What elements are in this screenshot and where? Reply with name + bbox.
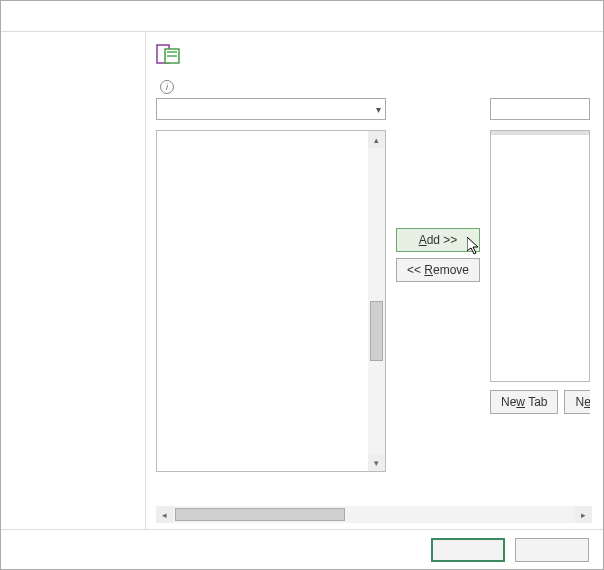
cursor-icon [467, 237, 483, 257]
commands-listbox[interactable]: ▴ ▾ [156, 130, 386, 472]
chevron-down-icon: ▾ [376, 104, 381, 115]
cancel-button[interactable] [515, 538, 589, 562]
excel-options-dialog: i ▾ ▴ ▾ [0, 0, 604, 570]
commands-scrollbar[interactable]: ▴ ▾ [368, 131, 385, 471]
titlebar [1, 1, 603, 31]
category-sidebar [1, 32, 146, 529]
add-button[interactable]: Add >> [396, 228, 480, 252]
scroll-up-icon[interactable]: ▴ [368, 131, 385, 148]
horizontal-scrollbar[interactable]: ◂ ▸ [156, 506, 592, 523]
customize-ribbon-combo[interactable] [490, 98, 590, 120]
hscroll-thumb[interactable] [175, 508, 345, 521]
scroll-left-icon[interactable]: ◂ [156, 506, 173, 523]
scroll-right-icon[interactable]: ▸ [575, 506, 592, 523]
svg-rect-3 [167, 55, 177, 57]
svg-rect-2 [167, 51, 177, 53]
choose-commands-combo[interactable]: ▾ [156, 98, 386, 120]
ok-button[interactable] [431, 538, 505, 562]
help-button[interactable] [519, 1, 561, 31]
close-button[interactable] [561, 1, 603, 31]
scroll-thumb[interactable] [370, 301, 383, 361]
svg-marker-4 [467, 237, 478, 254]
customize-ribbon-icon [156, 42, 184, 66]
ribbon-tree[interactable] [490, 130, 590, 382]
new-group-button[interactable]: Ne [564, 390, 590, 414]
scroll-down-icon[interactable]: ▾ [368, 454, 385, 471]
info-icon[interactable]: i [160, 80, 174, 94]
remove-button[interactable]: << Remove [396, 258, 480, 282]
new-tab-button[interactable]: New Tab [490, 390, 558, 414]
